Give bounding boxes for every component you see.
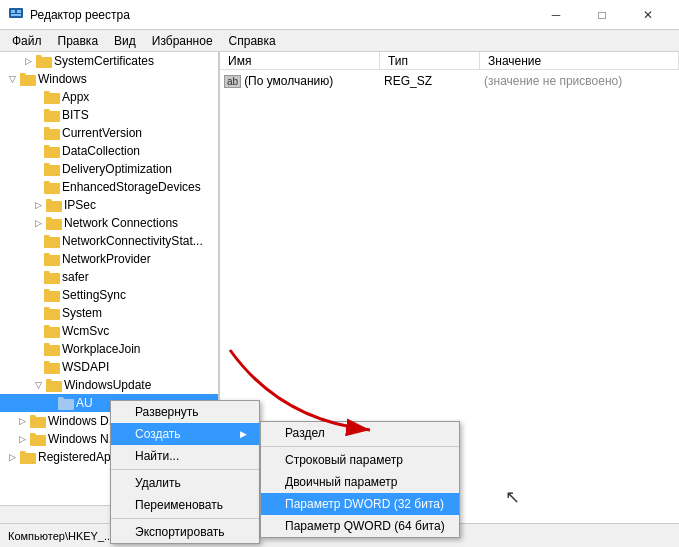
title-bar: Редактор реестра ─ □ ✕ <box>0 0 679 30</box>
reg-value: (значение не присвоено) <box>484 74 675 88</box>
expand-placeholder <box>36 359 44 375</box>
ctx-expand[interactable]: Развернуть <box>111 401 259 423</box>
tree-item-windows-update[interactable]: ▽ WindowsUpdate <box>0 376 218 394</box>
tree-item-network-connections[interactable]: ▷ Network Connections <box>0 214 218 232</box>
folder-icon <box>36 54 52 68</box>
folder-icon <box>30 432 46 446</box>
ctx-find[interactable]: Найти... <box>111 445 259 467</box>
folder-icon <box>44 288 60 302</box>
right-pane-header: Имя Тип Значение <box>220 52 679 70</box>
tree-item-current-version[interactable]: CurrentVersion <box>0 124 218 142</box>
expand-placeholder <box>36 341 44 357</box>
ctx-separator-1 <box>111 469 259 470</box>
tree-item-setting-sync[interactable]: SettingSync <box>0 286 218 304</box>
svg-rect-1 <box>11 10 15 13</box>
expand-placeholder <box>36 179 44 195</box>
menu-file[interactable]: Файл <box>4 32 50 50</box>
submenu: Раздел Строковый параметр Двоичный парам… <box>260 421 460 538</box>
folder-icon <box>44 144 60 158</box>
folder-icon <box>44 162 60 176</box>
ctx-create[interactable]: Создать ▶ Раздел Строковый параметр Двои… <box>111 423 259 445</box>
ctx-sub-string-param[interactable]: Строковый параметр <box>261 449 459 471</box>
menu-favorites[interactable]: Избранное <box>144 32 221 50</box>
menu-edit[interactable]: Правка <box>50 32 107 50</box>
reg-name: ab (По умолчанию) <box>224 74 384 88</box>
folder-icon <box>46 378 62 392</box>
expand-placeholder <box>36 125 44 141</box>
folder-icon <box>44 180 60 194</box>
expand-icon: ▷ <box>14 431 30 447</box>
tree-item-workplace-join[interactable]: WorkplaceJoin <box>0 340 218 358</box>
registry-rows: ab (По умолчанию) REG_SZ (значение не пр… <box>220 70 679 92</box>
reg-type: REG_SZ <box>384 74 484 88</box>
tree-item-delivery-opt[interactable]: DeliveryOptimization <box>0 160 218 178</box>
folder-icon <box>44 324 60 338</box>
tree-item-data-collection[interactable]: DataCollection <box>0 142 218 160</box>
expand-icon: ▽ <box>30 377 46 393</box>
maximize-button[interactable]: □ <box>579 0 625 30</box>
col-header-type: Тип <box>380 52 480 69</box>
tree-item-ipsec[interactable]: ▷ IPSec <box>0 196 218 214</box>
menu-help[interactable]: Справка <box>221 32 284 50</box>
context-menu: Развернуть Создать ▶ Раздел Строковый па… <box>110 400 260 544</box>
submenu-arrow-icon: ▶ <box>240 429 247 439</box>
ctx-sub-binary-param[interactable]: Двоичный параметр <box>261 471 459 493</box>
tree-item-enhanced-storage[interactable]: EnhancedStorageDevices <box>0 178 218 196</box>
folder-icon <box>44 126 60 140</box>
expand-placeholder <box>36 287 44 303</box>
expand-icon: ▷ <box>30 215 46 231</box>
ctx-export[interactable]: Экспортировать <box>111 521 259 543</box>
tree-item-system[interactable]: System <box>0 304 218 322</box>
col-header-value: Значение <box>480 52 679 69</box>
tree-item-wsdapi[interactable]: WSDAPI <box>0 358 218 376</box>
ctx-sub-qword-param[interactable]: Параметр QWORD (64 бита) <box>261 515 459 537</box>
tree-item-system-certs[interactable]: ▷ SystemCertificates <box>0 52 218 70</box>
tree-item-network-provider[interactable]: NetworkProvider <box>0 250 218 268</box>
folder-icon <box>30 414 46 428</box>
expand-placeholder <box>36 305 44 321</box>
submenu-separator <box>261 446 459 447</box>
folder-icon <box>44 342 60 356</box>
tree-item-windows[interactable]: ▽ Windows <box>0 70 218 88</box>
expand-placeholder <box>36 251 44 267</box>
ctx-rename[interactable]: Переименовать <box>111 494 259 516</box>
expand-icon: ▷ <box>20 53 36 69</box>
tree-item-bits[interactable]: BITS <box>0 106 218 124</box>
tree-item-wcm-svc[interactable]: WcmSvc <box>0 322 218 340</box>
folder-icon <box>44 360 60 374</box>
window-title: Редактор реестра <box>30 8 130 22</box>
title-bar-left: Редактор реестра <box>8 7 130 23</box>
expand-icon: ▽ <box>4 71 20 87</box>
folder-icon <box>46 198 62 212</box>
expand-icon <box>36 89 44 105</box>
tree-item-safer[interactable]: safer <box>0 268 218 286</box>
tree-item-network-connectivity[interactable]: NetworkConnectivityStat... <box>0 232 218 250</box>
svg-rect-2 <box>17 10 21 13</box>
ctx-sub-dword-param[interactable]: Параметр DWORD (32 бита) <box>261 493 459 515</box>
expand-placeholder <box>36 161 44 177</box>
ctx-sub-section[interactable]: Раздел <box>261 422 459 444</box>
svg-rect-3 <box>11 14 21 16</box>
expand-placeholder <box>36 143 44 159</box>
table-row[interactable]: ab (По умолчанию) REG_SZ (значение не пр… <box>220 72 679 90</box>
close-button[interactable]: ✕ <box>625 0 671 30</box>
folder-icon <box>20 450 36 464</box>
expand-placeholder <box>36 269 44 285</box>
folder-icon <box>44 270 60 284</box>
minimize-button[interactable]: ─ <box>533 0 579 30</box>
menu-view[interactable]: Вид <box>106 32 144 50</box>
context-menu-overlay: Развернуть Создать ▶ Раздел Строковый па… <box>110 400 260 544</box>
expand-icon: ▷ <box>4 449 20 465</box>
ctx-separator-2 <box>111 518 259 519</box>
expand-icon: ▷ <box>30 197 46 213</box>
col-header-name: Имя <box>220 52 380 69</box>
folder-icon <box>44 90 60 104</box>
folder-icon <box>44 234 60 248</box>
tree-item-appx[interactable]: Appx <box>0 88 218 106</box>
ctx-delete[interactable]: Удалить <box>111 472 259 494</box>
expand-placeholder <box>50 395 58 411</box>
expand-icon: ▷ <box>14 413 30 429</box>
app-icon <box>8 7 24 23</box>
expand-placeholder <box>36 107 44 123</box>
title-bar-controls: ─ □ ✕ <box>533 0 671 30</box>
